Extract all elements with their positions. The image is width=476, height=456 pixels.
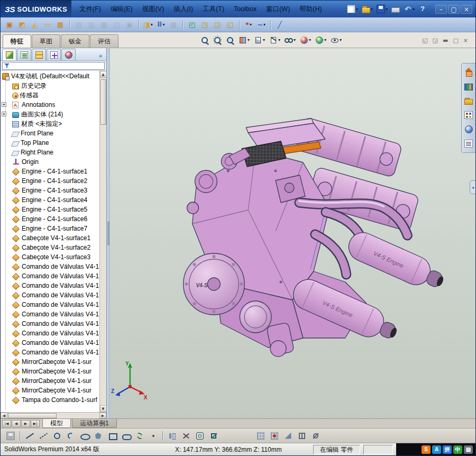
star-tool-button[interactable]: *▾: [243, 19, 254, 31]
filter-input[interactable]: [2, 62, 105, 70]
tools-box-2-button[interactable]: ◲: [212, 19, 223, 31]
menu-item-4[interactable]: 工具(T): [198, 1, 229, 17]
menu-item-1[interactable]: 编辑(E): [106, 1, 138, 17]
hide-show-button[interactable]: ▾: [282, 34, 298, 47]
grid-view-button[interactable]: ▦: [54, 19, 66, 31]
viewgrid-button[interactable]: [295, 430, 308, 442]
scroll-up-icon[interactable]: ▲: [100, 71, 107, 78]
tree-item[interactable]: MirrorCabeçote V4-1-sur: [1, 376, 99, 386]
dropdown-arrow-icon[interactable]: ▾: [356, 7, 358, 12]
angle-button[interactable]: [281, 430, 295, 442]
close-document-button[interactable]: ×: [463, 37, 468, 44]
print-button[interactable]: [390, 5, 401, 13]
configurationmanager-tab[interactable]: [32, 49, 46, 60]
dropdown-arrow-icon[interactable]: ▾: [278, 38, 280, 42]
secondary-cover[interactable]: [240, 301, 271, 333]
apply-scene-button[interactable]: ▾: [313, 34, 328, 47]
tree-item[interactable]: Cabeçote V4-1-surface1: [1, 233, 99, 243]
dropdown-arrow-icon[interactable]: ▾: [371, 7, 373, 12]
tab-scroll-button[interactable]: ◀: [12, 420, 21, 427]
doc-tool-2-button[interactable]: ▥: [86, 19, 97, 31]
scroll-thumb[interactable]: [8, 413, 57, 418]
dropdown-arrow-icon[interactable]: ▾: [340, 38, 342, 42]
tree-item[interactable]: Engine - C4-1-surface7: [1, 224, 99, 233]
engine-3d-model[interactable]: V4-S Engine V4-S Engine: [110, 48, 475, 418]
tree-item[interactable]: Comando de Válvulas V4-1: [1, 348, 99, 357]
tree-item[interactable]: Engine - C4-1-surface4: [1, 195, 99, 205]
convert-button[interactable]: [207, 430, 220, 442]
pen-tool-button[interactable]: ╱: [274, 19, 286, 31]
close-button[interactable]: ×: [461, 5, 472, 14]
tree-horizontal-scrollbar[interactable]: ◀ ▶: [1, 412, 106, 418]
new-document-button[interactable]: ▾: [346, 4, 359, 14]
tab-scroll-button[interactable]: ▶: [21, 420, 30, 427]
tree-item[interactable]: Comando de Válvulas V4-1: [1, 319, 99, 329]
dropdown-arrow-icon[interactable]: ▾: [309, 38, 311, 42]
tree-root-part[interactable]: V4发动机 (Default<<Default: [1, 71, 99, 81]
tree-item[interactable]: 历史记录: [1, 81, 99, 90]
tray-icon[interactable]: 拼: [443, 445, 452, 454]
tray-icon[interactable]: 中: [453, 445, 462, 454]
task-pane-collapse-arrow[interactable]: ◂: [470, 180, 475, 194]
dropdown-arrow-icon[interactable]: ▾: [294, 38, 296, 42]
restore-document-button[interactable]: ▢: [453, 37, 458, 44]
curve-tool-button[interactable]: ~▾: [255, 19, 267, 31]
zoom-previous-button[interactable]: [224, 34, 236, 47]
displaymanager-tab[interactable]: [61, 49, 76, 60]
tree-item[interactable]: Engine - C4-1-surface2: [1, 176, 99, 186]
tray-icon[interactable]: A: [432, 445, 441, 454]
tree-item[interactable]: Tampa do Comando-1-surf: [1, 395, 99, 405]
capture-button[interactable]: ▣: [4, 19, 15, 31]
tree-item[interactable]: Engine - C4-1-surface6: [1, 214, 99, 224]
line-button[interactable]: [23, 430, 36, 442]
model-tab[interactable]: 模型: [42, 419, 71, 428]
tree-item[interactable]: 传感器: [1, 90, 99, 100]
zoom-fit-button[interactable]: [198, 34, 211, 47]
trim-button[interactable]: [179, 430, 193, 442]
tree-item[interactable]: Cabeçote V4-1-surface3: [1, 252, 99, 262]
section-view-button[interactable]: ▾: [236, 34, 252, 47]
dropdown-arrow-icon[interactable]: ▾: [263, 38, 265, 42]
tree-item[interactable]: Right Plane: [1, 148, 99, 157]
propertymanager-tab[interactable]: [17, 49, 31, 60]
slot-button[interactable]: [119, 430, 132, 442]
tree-vertical-scrollbar[interactable]: ▲ ▼: [99, 71, 106, 412]
palette-button[interactable]: ◨▾: [142, 19, 154, 31]
doc-tool-1-button[interactable]: ▤: [73, 19, 85, 31]
quick-snaps-button[interactable]: ⠿▾: [155, 19, 167, 31]
tray-icon[interactable]: S: [422, 445, 431, 454]
zoom-area-button[interactable]: [211, 34, 224, 47]
tree-item[interactable]: Engine - C4-1-surface3: [1, 186, 99, 195]
clutch-cover[interactable]: V4-S: [184, 253, 245, 315]
green-box-button[interactable]: ◰: [186, 19, 198, 31]
save-button[interactable]: [4, 430, 17, 442]
dimxpertmanager-tab[interactable]: [47, 49, 61, 60]
view-palette-tab[interactable]: [462, 108, 475, 122]
next-window-button[interactable]: ◲: [433, 37, 438, 44]
dropdown-arrow-icon[interactable]: ▾: [250, 22, 252, 27]
tree-item[interactable]: Comando de Válvulas V4-1: [1, 262, 99, 271]
point-button[interactable]: [147, 430, 160, 442]
tree-item[interactable]: Comando de Válvulas V4-1: [1, 290, 99, 300]
commandmanager-tab-3[interactable]: 评估: [90, 34, 118, 48]
settings-button[interactable]: [309, 430, 322, 442]
offset-button[interactable]: [193, 430, 206, 442]
restore-button[interactable]: ▢: [448, 5, 460, 14]
dropdown-arrow-icon[interactable]: ▾: [248, 38, 250, 42]
polygon-button[interactable]: [91, 430, 105, 442]
motion-study-tab[interactable]: 运动算例1: [72, 419, 117, 428]
display-style-button[interactable]: ▾: [267, 34, 282, 47]
tree-item[interactable]: Comando de Válvulas V4-1: [1, 309, 99, 319]
tree-item[interactable]: Cabeçote V4-1-surface2: [1, 243, 99, 252]
tools-box-1-button[interactable]: ◳: [199, 19, 210, 31]
view-settings-button[interactable]: ▾: [328, 34, 344, 47]
file-explorer-tab[interactable]: [462, 94, 475, 108]
dropdown-arrow-icon[interactable]: ▾: [386, 7, 388, 12]
circle-button[interactable]: [50, 430, 63, 442]
tree-item[interactable]: Comando de Válvulas V4-1: [1, 281, 99, 290]
mirror-button[interactable]: [166, 430, 179, 442]
minimize-button[interactable]: –: [435, 5, 447, 14]
doc-tool-3-button[interactable]: ▦: [98, 19, 110, 31]
mail-button[interactable]: ▭: [42, 19, 53, 31]
solidworks-resources-tab[interactable]: [462, 65, 475, 79]
